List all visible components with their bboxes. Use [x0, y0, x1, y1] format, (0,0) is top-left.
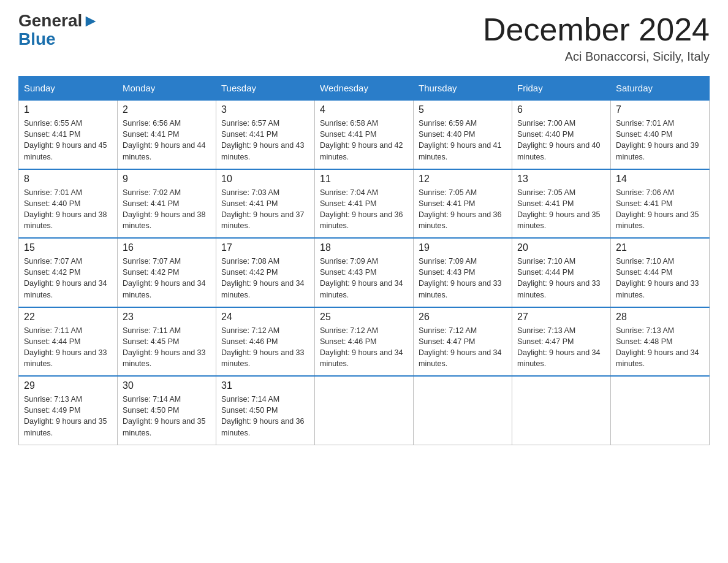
day-number: 11 [320, 174, 408, 185]
calendar-cell: 20 Sunrise: 7:10 AMSunset: 4:44 PMDaylig… [512, 238, 611, 307]
logo-arrow-decoration: ► [82, 11, 99, 30]
calendar-cell: 24 Sunrise: 7:12 AMSunset: 4:46 PMDaylig… [216, 307, 315, 377]
day-info: Sunrise: 7:13 AMSunset: 4:47 PMDaylight:… [517, 325, 605, 370]
calendar-cell [315, 376, 414, 445]
day-number: 14 [616, 174, 704, 185]
calendar-cell: 31 Sunrise: 7:14 AMSunset: 4:50 PMDaylig… [216, 376, 315, 445]
day-info: Sunrise: 7:05 AMSunset: 4:41 PMDaylight:… [419, 187, 507, 232]
day-info: Sunrise: 6:56 AMSunset: 4:41 PMDaylight:… [123, 118, 211, 163]
day-info: Sunrise: 7:12 AMSunset: 4:46 PMDaylight:… [320, 325, 408, 370]
day-info: Sunrise: 7:14 AMSunset: 4:50 PMDaylight:… [221, 394, 309, 439]
calendar-cell: 29 Sunrise: 7:13 AMSunset: 4:49 PMDaylig… [19, 376, 118, 445]
calendar-cell: 14 Sunrise: 7:06 AMSunset: 4:41 PMDaylig… [611, 169, 710, 239]
title-area: December 2024 Aci Bonaccorsi, Sicily, It… [483, 12, 710, 64]
day-number: 10 [221, 174, 309, 185]
calendar-cell: 1 Sunrise: 6:55 AMSunset: 4:41 PMDayligh… [19, 100, 118, 169]
day-info: Sunrise: 7:14 AMSunset: 4:50 PMDaylight:… [123, 394, 211, 439]
day-number: 23 [123, 312, 211, 323]
day-number: 12 [419, 174, 507, 185]
day-number: 24 [221, 312, 309, 323]
day-number: 4 [320, 104, 408, 115]
weekday-header-sunday: Sunday [19, 77, 118, 101]
day-info: Sunrise: 7:13 AMSunset: 4:49 PMDaylight:… [24, 394, 112, 439]
month-title: December 2024 [483, 12, 710, 47]
day-number: 1 [24, 104, 112, 115]
day-number: 28 [616, 312, 704, 323]
calendar-cell [611, 376, 710, 445]
day-number: 21 [616, 242, 704, 253]
calendar-cell: 17 Sunrise: 7:08 AMSunset: 4:42 PMDaylig… [216, 238, 315, 307]
calendar-cell: 4 Sunrise: 6:58 AMSunset: 4:41 PMDayligh… [315, 100, 414, 169]
week-row-4: 22 Sunrise: 7:11 AMSunset: 4:44 PMDaylig… [19, 307, 710, 377]
calendar-cell: 22 Sunrise: 7:11 AMSunset: 4:44 PMDaylig… [19, 307, 118, 377]
week-row-5: 29 Sunrise: 7:13 AMSunset: 4:49 PMDaylig… [19, 376, 710, 445]
day-number: 26 [419, 312, 507, 323]
day-info: Sunrise: 7:05 AMSunset: 4:41 PMDaylight:… [517, 187, 605, 232]
day-number: 27 [517, 312, 605, 323]
day-number: 20 [517, 242, 605, 253]
weekday-header-thursday: Thursday [414, 77, 512, 101]
weekday-header-monday: Monday [118, 77, 216, 101]
day-info: Sunrise: 7:00 AMSunset: 4:40 PMDaylight:… [517, 118, 605, 163]
calendar-cell: 7 Sunrise: 7:01 AMSunset: 4:40 PMDayligh… [611, 100, 710, 169]
calendar-cell: 30 Sunrise: 7:14 AMSunset: 4:50 PMDaylig… [118, 376, 216, 445]
calendar-cell: 26 Sunrise: 7:12 AMSunset: 4:47 PMDaylig… [414, 307, 512, 377]
page-header: General► Blue December 2024 Aci Bonaccor… [18, 12, 710, 64]
day-info: Sunrise: 7:06 AMSunset: 4:41 PMDaylight:… [616, 187, 704, 232]
day-info: Sunrise: 7:04 AMSunset: 4:41 PMDaylight:… [320, 187, 408, 232]
calendar-cell: 5 Sunrise: 6:59 AMSunset: 4:40 PMDayligh… [414, 100, 512, 169]
day-info: Sunrise: 7:11 AMSunset: 4:44 PMDaylight:… [24, 325, 112, 370]
day-number: 3 [221, 104, 309, 115]
calendar-cell: 6 Sunrise: 7:00 AMSunset: 4:40 PMDayligh… [512, 100, 611, 169]
day-number: 2 [123, 104, 211, 115]
location-subtitle: Aci Bonaccorsi, Sicily, Italy [483, 50, 710, 64]
day-info: Sunrise: 7:12 AMSunset: 4:46 PMDaylight:… [221, 325, 309, 370]
calendar-cell: 16 Sunrise: 7:07 AMSunset: 4:42 PMDaylig… [118, 238, 216, 307]
day-info: Sunrise: 7:07 AMSunset: 4:42 PMDaylight:… [24, 256, 112, 301]
day-info: Sunrise: 6:55 AMSunset: 4:41 PMDaylight:… [24, 118, 112, 163]
day-info: Sunrise: 7:01 AMSunset: 4:40 PMDaylight:… [616, 118, 704, 163]
week-row-3: 15 Sunrise: 7:07 AMSunset: 4:42 PMDaylig… [19, 238, 710, 307]
calendar-cell: 8 Sunrise: 7:01 AMSunset: 4:40 PMDayligh… [19, 169, 118, 239]
calendar-cell: 18 Sunrise: 7:09 AMSunset: 4:43 PMDaylig… [315, 238, 414, 307]
day-info: Sunrise: 7:07 AMSunset: 4:42 PMDaylight:… [123, 256, 211, 301]
week-row-1: 1 Sunrise: 6:55 AMSunset: 4:41 PMDayligh… [19, 100, 710, 169]
weekday-header-saturday: Saturday [611, 77, 710, 101]
day-info: Sunrise: 6:57 AMSunset: 4:41 PMDaylight:… [221, 118, 309, 163]
day-number: 15 [24, 242, 112, 253]
calendar-cell [512, 376, 611, 445]
logo-blue-text: Blue [18, 29, 56, 49]
calendar-cell: 23 Sunrise: 7:11 AMSunset: 4:45 PMDaylig… [118, 307, 216, 377]
day-number: 31 [221, 380, 309, 391]
calendar-cell: 28 Sunrise: 7:13 AMSunset: 4:48 PMDaylig… [611, 307, 710, 377]
day-info: Sunrise: 6:59 AMSunset: 4:40 PMDaylight:… [419, 118, 507, 163]
weekday-header-row: SundayMondayTuesdayWednesdayThursdayFrid… [19, 77, 710, 101]
day-info: Sunrise: 7:08 AMSunset: 4:42 PMDaylight:… [221, 256, 309, 301]
calendar-cell: 27 Sunrise: 7:13 AMSunset: 4:47 PMDaylig… [512, 307, 611, 377]
weekday-header-friday: Friday [512, 77, 611, 101]
logo-general-text: General► [18, 12, 99, 29]
day-number: 16 [123, 242, 211, 253]
day-number: 29 [24, 380, 112, 391]
day-number: 18 [320, 242, 408, 253]
day-info: Sunrise: 7:09 AMSunset: 4:43 PMDaylight:… [320, 256, 408, 301]
calendar-cell: 21 Sunrise: 7:10 AMSunset: 4:44 PMDaylig… [611, 238, 710, 307]
weekday-header-tuesday: Tuesday [216, 77, 315, 101]
calendar-cell: 9 Sunrise: 7:02 AMSunset: 4:41 PMDayligh… [118, 169, 216, 239]
day-number: 17 [221, 242, 309, 253]
day-number: 9 [123, 174, 211, 185]
day-number: 30 [123, 380, 211, 391]
day-number: 7 [616, 104, 704, 115]
day-number: 8 [24, 174, 112, 185]
day-info: Sunrise: 7:10 AMSunset: 4:44 PMDaylight:… [616, 256, 704, 301]
day-info: Sunrise: 7:11 AMSunset: 4:45 PMDaylight:… [123, 325, 211, 370]
calendar-cell: 3 Sunrise: 6:57 AMSunset: 4:41 PMDayligh… [216, 100, 315, 169]
calendar-table: SundayMondayTuesdayWednesdayThursdayFrid… [18, 76, 710, 445]
day-info: Sunrise: 7:03 AMSunset: 4:41 PMDaylight:… [221, 187, 309, 232]
day-number: 6 [517, 104, 605, 115]
calendar-cell: 19 Sunrise: 7:09 AMSunset: 4:43 PMDaylig… [414, 238, 512, 307]
day-number: 19 [419, 242, 507, 253]
day-number: 22 [24, 312, 112, 323]
day-info: Sunrise: 7:09 AMSunset: 4:43 PMDaylight:… [419, 256, 507, 301]
week-row-2: 8 Sunrise: 7:01 AMSunset: 4:40 PMDayligh… [19, 169, 710, 239]
